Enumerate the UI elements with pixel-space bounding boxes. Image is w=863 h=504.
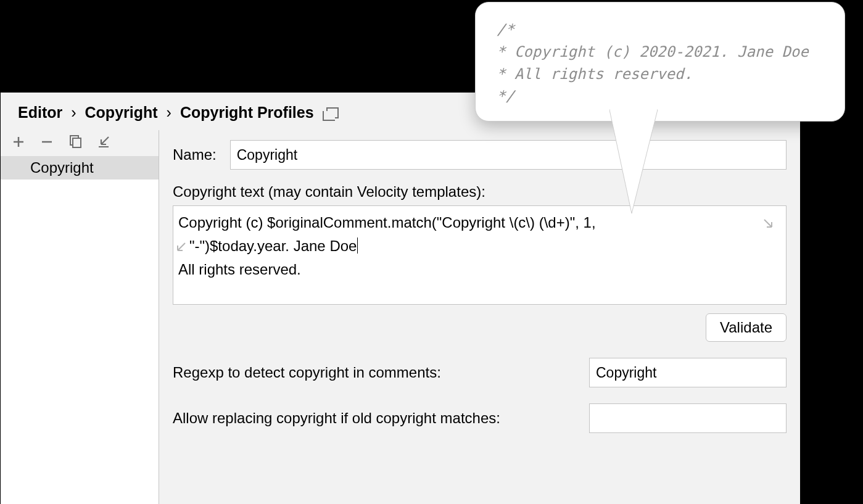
breadcrumb-copyright[interactable]: Copyright (85, 104, 158, 122)
svg-rect-1 (73, 138, 81, 147)
name-label: Name: (173, 146, 217, 163)
callout-line: /* (497, 19, 824, 41)
add-icon[interactable] (10, 134, 27, 150)
copyright-text-label: Copyright text (may contain Velocity tem… (173, 183, 787, 200)
text-line-2: "-")$today.year. Jane Doe (178, 234, 781, 258)
list-item[interactable]: Copyright (1, 156, 159, 180)
content-body: Copyright Name: Copyright text (may cont… (1, 130, 800, 504)
validate-row: Validate (173, 313, 787, 342)
breadcrumb-editor[interactable]: Editor (18, 104, 62, 122)
remove-icon[interactable] (39, 134, 55, 150)
name-row: Name: (173, 140, 787, 170)
allow-field[interactable] (589, 403, 787, 433)
allow-row: Allow replacing copyright if old copyrig… (173, 403, 787, 433)
name-field[interactable] (230, 140, 787, 170)
callout-line: */ (497, 85, 824, 107)
soft-wrap-down-icon (762, 212, 774, 236)
settings-window: Editor › Copyright › Copyright Profiles (0, 92, 801, 504)
allow-label: Allow replacing copyright if old copyrig… (173, 410, 576, 427)
import-icon[interactable] (96, 134, 112, 150)
preview-callout: /* * Copyright (c) 2020-2021. Jane Doe *… (475, 2, 845, 122)
profile-editor: Name: Copyright text (may contain Veloci… (159, 130, 800, 504)
chevron-right-icon: › (71, 104, 76, 122)
chevron-right-icon: › (167, 104, 171, 122)
sidebar-toolbar (1, 130, 159, 156)
callout-line: * Copyright (c) 2020-2021. Jane Doe (497, 41, 824, 63)
regexp-label: Regexp to detect copyright in comments: (173, 364, 576, 381)
text-line-3: All rights reserved. (178, 258, 781, 281)
validate-button[interactable]: Validate (706, 313, 787, 342)
restore-window-icon[interactable] (326, 107, 339, 118)
profiles-list: Copyright (1, 156, 159, 504)
callout-line: * All rights reserved. (497, 63, 824, 85)
profiles-sidebar: Copyright (1, 130, 159, 504)
regexp-field[interactable] (589, 358, 787, 387)
copyright-text-field[interactable]: Copyright (c) $originalComment.match("Co… (173, 205, 787, 305)
soft-wrap-up-icon (176, 236, 187, 259)
copy-icon[interactable] (67, 134, 83, 150)
text-line-1: Copyright (c) $originalComment.match("Co… (178, 211, 781, 234)
breadcrumb-copyright-profiles[interactable]: Copyright Profiles (180, 104, 314, 122)
regexp-row: Regexp to detect copyright in comments: (173, 358, 787, 387)
